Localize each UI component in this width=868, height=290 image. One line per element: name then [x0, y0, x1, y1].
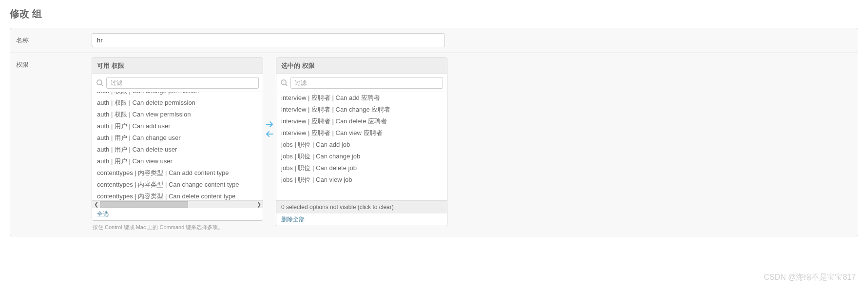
chevron-left-icon[interactable]: ❮ — [92, 201, 100, 208]
name-row: 名称 — [10, 28, 858, 53]
list-item[interactable]: contenttypes | 内容类型 | Can change content… — [92, 179, 263, 191]
list-item[interactable]: contenttypes | 内容类型 | Can add content ty… — [92, 167, 263, 179]
list-item[interactable]: auth | 用户 | Can add user — [92, 120, 263, 132]
list-item[interactable]: auth | 用户 | Can delete user — [92, 144, 263, 155]
svg-line-5 — [286, 84, 287, 86]
available-filter-input[interactable] — [106, 77, 259, 89]
choose-all-link[interactable]: 全选 — [92, 208, 263, 220]
form-module: 名称 权限 可用 权限 auth | 权限 | Can — [10, 28, 858, 236]
list-item[interactable]: contenttypes | 内容类型 | Can delete content… — [92, 191, 263, 200]
list-item[interactable]: jobs | 职位 | Can add job — [276, 139, 447, 151]
list-item[interactable]: jobs | 职位 | Can delete job — [276, 162, 447, 174]
permissions-row: 权限 可用 权限 auth | 权限 | Can change permissi… — [10, 53, 858, 236]
list-item[interactable]: interview | 应聘者 | Can add 应聘者 — [276, 92, 447, 104]
list-item[interactable]: auth | 用户 | Can view user — [92, 155, 263, 167]
list-item[interactable]: jobs | 职位 | Can change job — [276, 151, 447, 162]
list-item[interactable]: interview | 应聘者 | Can delete 应聘者 — [276, 116, 447, 127]
chooser-buttons — [263, 58, 276, 139]
search-icon — [96, 79, 104, 87]
chosen-box: 选中的 权限 interview | 应聘者 | Can add 应聘者inte… — [276, 58, 447, 226]
chosen-status[interactable]: 0 selected options not visible (click to… — [276, 200, 447, 213]
chevron-right-icon[interactable]: ❯ — [255, 201, 263, 208]
available-list[interactable]: auth | 权限 | Can change permissionauth | … — [92, 92, 263, 200]
list-item[interactable]: interview | 应聘者 | Can change 应聘者 — [276, 104, 447, 116]
svg-point-0 — [97, 80, 102, 85]
help-text: 按住 Control 键或 Mac 上的 Command 键来选择多项。 — [92, 224, 263, 231]
name-label: 名称 — [16, 33, 92, 47]
arrow-left-icon[interactable] — [266, 131, 273, 139]
svg-line-1 — [101, 84, 103, 86]
list-item[interactable]: auth | 权限 | Can change permission — [92, 92, 263, 97]
chosen-filter-input[interactable] — [290, 77, 443, 89]
list-item[interactable]: auth | 权限 | Can view permission — [92, 109, 263, 120]
list-item[interactable]: auth | 权限 | Can delete permission — [92, 97, 263, 109]
remove-all-link[interactable]: 删除全部 — [276, 213, 447, 226]
list-item[interactable]: interview | 应聘者 | Can view 应聘者 — [276, 127, 447, 139]
available-hscroll[interactable]: ❮ ❯ — [92, 200, 263, 208]
page-title: 修改 组 — [10, 7, 858, 20]
list-item[interactable]: jobs | 职位 | Can view job — [276, 174, 447, 186]
name-input[interactable] — [92, 33, 445, 47]
permissions-selector: 可用 权限 auth | 权限 | Can change permissiona… — [92, 58, 852, 231]
chosen-filter — [276, 74, 447, 92]
list-item[interactable]: auth | 用户 | Can change user — [92, 132, 263, 144]
permissions-label: 权限 — [16, 58, 92, 231]
svg-point-4 — [281, 80, 286, 85]
chosen-header: 选中的 权限 — [276, 58, 447, 74]
available-box: 可用 权限 auth | 权限 | Can change permissiona… — [92, 58, 263, 221]
search-icon — [280, 79, 288, 87]
arrow-right-icon[interactable] — [266, 121, 273, 130]
available-filter — [92, 74, 263, 92]
available-header: 可用 权限 — [92, 58, 263, 74]
chosen-list[interactable]: interview | 应聘者 | Can add 应聘者interview |… — [276, 92, 447, 200]
